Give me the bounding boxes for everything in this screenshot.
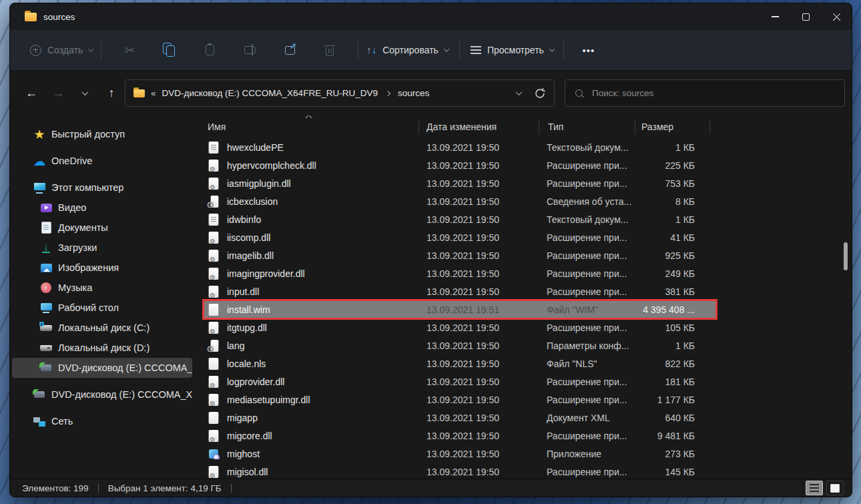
file-date-cell: 13.09.2021 19:50	[418, 467, 539, 477]
column-separator[interactable]	[709, 121, 710, 134]
chevron-down-icon	[88, 46, 93, 51]
file-name-cell: imagelib.dll	[202, 250, 418, 262]
column-header-date[interactable]: Дата изменения	[418, 121, 539, 132]
file-row[interactable]: hypervcomplcheck.dll 13.09.2021 19:50 Ра…	[202, 156, 718, 174]
copy-button[interactable]	[150, 37, 190, 63]
delete-button[interactable]	[310, 37, 350, 63]
new-button[interactable]: Создать	[30, 45, 93, 56]
breadcrumb-drive[interactable]: DVD-дисковод (E:) CCCOMA_X64FRE_RU-RU_DV…	[162, 88, 378, 98]
column-header-size[interactable]: Размер	[635, 121, 718, 132]
file-row[interactable]: locale.nls 13.09.2021 19:50 Файл "NLS" 8…	[202, 354, 718, 372]
sidebar-item[interactable]: OneDrive	[12, 151, 192, 171]
breadcrumb-collapsed[interactable]: «	[151, 88, 156, 98]
file-row[interactable]: iasmigplugin.dll 13.09.2021 19:50 Расшир…	[202, 174, 718, 192]
file-date-cell: 13.09.2021 19:50	[418, 160, 539, 171]
sidebar-item[interactable]: Этот компьютер	[12, 178, 192, 198]
computer-icon	[33, 181, 46, 194]
sidebar-item[interactable]: Музыка	[12, 278, 192, 298]
sidebar-item-label: Загрузки	[58, 242, 97, 253]
file-name-cell: mighost	[202, 449, 418, 459]
sidebar-item-label: Сеть	[51, 416, 73, 427]
refresh-icon[interactable]	[534, 87, 546, 99]
large-icons-view-button[interactable]	[826, 481, 844, 495]
minimize-button[interactable]	[760, 3, 790, 30]
file-row[interactable]: migapp 13.09.2021 19:50 Документ XML 640…	[202, 409, 718, 427]
desktop-icon	[39, 301, 53, 314]
details-view-button[interactable]	[806, 481, 823, 495]
back-button[interactable]: ←	[18, 80, 45, 107]
sidebar-item[interactable]: DVD-дисковод (E:) CCCOMA_X6	[12, 385, 192, 405]
sidebar-item[interactable]: Быстрый доступ	[12, 124, 192, 144]
forward-button[interactable]: →	[45, 80, 71, 107]
file-row[interactable]: imagelib.dll 13.09.2021 19:50 Расширение…	[202, 246, 718, 264]
share-button[interactable]	[270, 37, 310, 63]
file-row[interactable]: logprovider.dll 13.09.2021 19:50 Расшире…	[202, 372, 718, 391]
file-row[interactable]: icbexclusion 13.09.2021 19:50 Сведения о…	[202, 192, 718, 210]
rename-button[interactable]	[230, 37, 270, 63]
file-size-cell: 4 395 408 ...	[635, 304, 718, 315]
maximize-button[interactable]	[790, 3, 821, 30]
sidebar-item-label: Быстрый доступ	[51, 129, 125, 140]
file-row[interactable]: migcore.dll 13.09.2021 19:50 Расширение …	[202, 427, 718, 445]
sidebar-item[interactable]: Документы	[12, 218, 192, 238]
file-name-cell: hypervcomplcheck.dll	[202, 160, 418, 172]
view-toggles	[806, 481, 844, 495]
file-size-cell: 640 КБ	[635, 413, 718, 423]
sidebar-item[interactable]: Изображения	[12, 258, 192, 278]
sort-button[interactable]: ↑↓ Сортировать	[366, 45, 449, 55]
paste-button[interactable]	[190, 37, 230, 63]
sidebar-item[interactable]: Видео	[12, 198, 192, 218]
file-name-cell: iasmigplugin.dll	[202, 178, 418, 190]
music-icon	[39, 281, 53, 294]
disk-icon	[39, 341, 53, 354]
sidebar-item[interactable]: Загрузки	[12, 238, 192, 258]
column-separator[interactable]	[635, 121, 635, 134]
file-date-cell: 13.09.2021 19:50	[418, 214, 539, 225]
sidebar-item[interactable]: Локальный диск (C:)	[12, 318, 192, 338]
file-row[interactable]: imagingprovider.dll 13.09.2021 19:50 Рас…	[202, 264, 718, 282]
file-row[interactable]: lang 13.09.2021 19:50 Параметры конф... …	[202, 336, 718, 354]
folder-icon	[133, 89, 145, 97]
file-row[interactable]: iiscomp.dll 13.09.2021 19:50 Расширение …	[202, 228, 718, 246]
file-row[interactable]: migisol.dll 13.09.2021 19:50 Расширение …	[202, 463, 718, 479]
column-header-name[interactable]: Имя	[202, 121, 418, 132]
minimize-icon	[772, 16, 779, 17]
sidebar-item[interactable]: Рабочий стол	[12, 298, 192, 318]
close-button[interactable]	[821, 3, 852, 30]
sidebar-item-label: Этот компьютер	[51, 182, 123, 193]
sidebar-item[interactable]: DVD-дисковод (E:) CCCOMA_X	[12, 358, 192, 378]
file-row[interactable]: mighost 13.09.2021 19:50 Приложение 273 …	[202, 445, 718, 463]
sidebar-item-label: DVD-дисковод (E:) CCCOMA_X	[58, 362, 192, 373]
column-separator[interactable]	[539, 121, 539, 134]
file-type-cell: Файл "WIM"	[539, 304, 635, 315]
file-row[interactable]: hwexcludePE 13.09.2021 19:50 Текстовый д…	[202, 138, 718, 156]
blank-icon	[209, 358, 218, 370]
file-date-cell: 13.09.2021 19:50	[418, 395, 539, 405]
search-box[interactable]	[565, 79, 845, 107]
file-row[interactable]: idwbinfo 13.09.2021 19:50 Текстовый доку…	[202, 210, 718, 228]
more-options-button[interactable]: •••	[573, 45, 604, 56]
title-bar[interactable]: sources	[10, 3, 852, 30]
plus-circle-icon	[30, 45, 41, 56]
address-dropdown-chevron-icon[interactable]	[516, 89, 523, 95]
file-row[interactable]: input.dll 13.09.2021 19:50 Расширение пр…	[202, 282, 718, 300]
breadcrumb-current[interactable]: sources	[398, 88, 429, 98]
sidebar-item[interactable]: Сеть	[12, 411, 192, 431]
file-row[interactable]: itgtupg.dll 13.09.2021 19:50 Расширение …	[202, 318, 718, 336]
file-row[interactable]: mediasetupuimgr.dll 13.09.2021 19:50 Рас…	[202, 391, 718, 409]
file-size-cell: 925 КБ	[635, 250, 718, 261]
sidebar-item[interactable]: Локальный диск (D:)	[12, 338, 192, 358]
file-row[interactable]: install.wim 13.09.2021 19:51 Файл "WIM" …	[202, 300, 718, 318]
up-button[interactable]: ↑	[98, 80, 125, 107]
file-name: imagelib.dll	[227, 250, 274, 261]
search-input[interactable]	[592, 88, 834, 98]
column-header-type[interactable]: Тип	[539, 121, 635, 132]
sidebar-item-label: Локальный диск (C:)	[58, 322, 150, 333]
vertical-scrollbar-thumb[interactable]	[844, 242, 848, 270]
view-button[interactable]: Просмотреть	[471, 45, 554, 55]
cut-button[interactable]: ✂	[109, 37, 150, 63]
address-bar[interactable]: « DVD-дисковод (E:) CCCOMA_X64FRE_RU-RU_…	[125, 79, 555, 107]
recent-locations-button[interactable]	[71, 80, 98, 107]
file-size-cell: 753 КБ	[635, 178, 718, 189]
column-separator[interactable]	[418, 121, 419, 134]
